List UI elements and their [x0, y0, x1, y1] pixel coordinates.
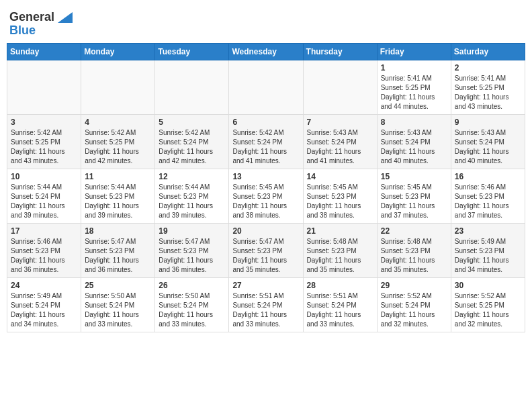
- calendar-cell: 24Sunrise: 5:49 AM Sunset: 5:24 PM Dayli…: [7, 277, 81, 332]
- calendar-cell: 19Sunrise: 5:47 AM Sunset: 5:23 PM Dayli…: [155, 223, 229, 277]
- day-info: Sunrise: 5:49 AM Sunset: 5:23 PM Dayligh…: [455, 237, 521, 275]
- day-info: Sunrise: 5:45 AM Sunset: 5:23 PM Dayligh…: [307, 183, 373, 220]
- day-number: 30: [455, 281, 521, 290]
- weekday-header: Wednesday: [229, 43, 303, 60]
- calendar-cell: 15Sunrise: 5:45 AM Sunset: 5:23 PM Dayli…: [377, 169, 451, 223]
- day-info: Sunrise: 5:43 AM Sunset: 5:24 PM Dayligh…: [381, 128, 447, 166]
- calendar-cell: 29Sunrise: 5:52 AM Sunset: 5:24 PM Dayli…: [377, 277, 451, 332]
- calendar-cell: 22Sunrise: 5:48 AM Sunset: 5:23 PM Dayli…: [377, 223, 451, 277]
- calendar-cell: [303, 60, 377, 114]
- logo-general: General: [9, 11, 73, 24]
- calendar-cell: 26Sunrise: 5:50 AM Sunset: 5:24 PM Dayli…: [155, 277, 229, 332]
- day-number: 13: [232, 172, 299, 181]
- day-info: Sunrise: 5:41 AM Sunset: 5:25 PM Dayligh…: [455, 74, 521, 111]
- day-number: 21: [307, 226, 373, 236]
- day-number: 12: [159, 172, 225, 181]
- weekday-header: Thursday: [303, 43, 377, 60]
- day-info: Sunrise: 5:50 AM Sunset: 5:24 PM Dayligh…: [85, 291, 151, 329]
- day-info: Sunrise: 5:44 AM Sunset: 5:24 PM Dayligh…: [11, 183, 77, 220]
- weekday-header: Monday: [81, 43, 155, 60]
- calendar-cell: 25Sunrise: 5:50 AM Sunset: 5:24 PM Dayli…: [81, 277, 155, 332]
- day-number: 25: [85, 281, 151, 290]
- calendar-cell: [7, 60, 81, 114]
- day-info: Sunrise: 5:47 AM Sunset: 5:23 PM Dayligh…: [159, 237, 225, 275]
- day-info: Sunrise: 5:46 AM Sunset: 5:23 PM Dayligh…: [11, 237, 77, 275]
- calendar-cell: 1Sunrise: 5:41 AM Sunset: 5:25 PM Daylig…: [377, 60, 451, 114]
- day-info: Sunrise: 5:50 AM Sunset: 5:24 PM Dayligh…: [159, 291, 225, 329]
- day-number: 10: [11, 172, 77, 181]
- calendar-cell: 4Sunrise: 5:42 AM Sunset: 5:25 PM Daylig…: [81, 114, 155, 169]
- day-info: Sunrise: 5:48 AM Sunset: 5:23 PM Dayligh…: [307, 237, 373, 275]
- day-number: 5: [159, 118, 225, 127]
- day-number: 9: [455, 118, 521, 127]
- day-info: Sunrise: 5:44 AM Sunset: 5:23 PM Dayligh…: [85, 183, 151, 220]
- day-info: Sunrise: 5:47 AM Sunset: 5:23 PM Dayligh…: [85, 237, 151, 275]
- svg-marker-0: [58, 12, 73, 23]
- day-info: Sunrise: 5:49 AM Sunset: 5:24 PM Dayligh…: [11, 291, 77, 329]
- day-number: 14: [307, 172, 373, 181]
- calendar-week-row: 3Sunrise: 5:42 AM Sunset: 5:25 PM Daylig…: [7, 114, 525, 169]
- calendar-cell: 20Sunrise: 5:47 AM Sunset: 5:23 PM Dayli…: [229, 223, 303, 277]
- weekday-header: Sunday: [7, 43, 81, 60]
- calendar-cell: [81, 60, 155, 114]
- day-info: Sunrise: 5:46 AM Sunset: 5:23 PM Dayligh…: [455, 183, 521, 220]
- calendar-week-row: 10Sunrise: 5:44 AM Sunset: 5:24 PM Dayli…: [7, 169, 525, 223]
- day-info: Sunrise: 5:42 AM Sunset: 5:25 PM Dayligh…: [85, 128, 151, 166]
- calendar-week-row: 24Sunrise: 5:49 AM Sunset: 5:24 PM Dayli…: [7, 277, 525, 332]
- calendar-cell: 13Sunrise: 5:45 AM Sunset: 5:23 PM Dayli…: [229, 169, 303, 223]
- day-number: 19: [159, 226, 225, 236]
- weekday-header: Friday: [377, 43, 451, 60]
- day-info: Sunrise: 5:45 AM Sunset: 5:23 PM Dayligh…: [381, 183, 447, 220]
- day-info: Sunrise: 5:52 AM Sunset: 5:25 PM Dayligh…: [455, 291, 521, 329]
- day-number: 24: [11, 281, 77, 290]
- day-info: Sunrise: 5:42 AM Sunset: 5:24 PM Dayligh…: [232, 128, 299, 166]
- logo-blue: Blue: [9, 24, 73, 38]
- weekday-header: Saturday: [451, 43, 525, 60]
- day-number: 15: [381, 172, 447, 181]
- day-info: Sunrise: 5:52 AM Sunset: 5:24 PM Dayligh…: [381, 291, 447, 329]
- day-info: Sunrise: 5:48 AM Sunset: 5:23 PM Dayligh…: [381, 237, 447, 275]
- calendar-header-row: SundayMondayTuesdayWednesdayThursdayFrid…: [7, 43, 525, 60]
- day-number: 22: [381, 226, 447, 236]
- calendar-cell: 5Sunrise: 5:42 AM Sunset: 5:24 PM Daylig…: [155, 114, 229, 169]
- day-info: Sunrise: 5:45 AM Sunset: 5:23 PM Dayligh…: [232, 183, 299, 220]
- day-info: Sunrise: 5:51 AM Sunset: 5:24 PM Dayligh…: [307, 291, 373, 329]
- day-number: 17: [11, 226, 77, 236]
- calendar-cell: 17Sunrise: 5:46 AM Sunset: 5:23 PM Dayli…: [7, 223, 81, 277]
- calendar-cell: 3Sunrise: 5:42 AM Sunset: 5:25 PM Daylig…: [7, 114, 81, 169]
- day-number: 3: [11, 118, 77, 127]
- calendar-cell: 2Sunrise: 5:41 AM Sunset: 5:25 PM Daylig…: [451, 60, 525, 114]
- day-number: 27: [232, 281, 299, 290]
- calendar-cell: 18Sunrise: 5:47 AM Sunset: 5:23 PM Dayli…: [81, 223, 155, 277]
- calendar-cell: 30Sunrise: 5:52 AM Sunset: 5:25 PM Dayli…: [451, 277, 525, 332]
- calendar-table: SundayMondayTuesdayWednesdayThursdayFrid…: [7, 43, 525, 332]
- day-number: 20: [232, 226, 299, 236]
- day-number: 7: [307, 118, 373, 127]
- logo: General Blue: [9, 7, 73, 38]
- day-info: Sunrise: 5:44 AM Sunset: 5:23 PM Dayligh…: [159, 183, 225, 220]
- calendar-cell: [155, 60, 229, 114]
- calendar-cell: 11Sunrise: 5:44 AM Sunset: 5:23 PM Dayli…: [81, 169, 155, 223]
- calendar-cell: 8Sunrise: 5:43 AM Sunset: 5:24 PM Daylig…: [377, 114, 451, 169]
- day-info: Sunrise: 5:42 AM Sunset: 5:24 PM Dayligh…: [159, 128, 225, 166]
- day-number: 2: [455, 63, 521, 73]
- day-number: 11: [85, 172, 151, 181]
- calendar-cell: 28Sunrise: 5:51 AM Sunset: 5:24 PM Dayli…: [303, 277, 377, 332]
- day-info: Sunrise: 5:51 AM Sunset: 5:24 PM Dayligh…: [232, 291, 299, 329]
- calendar-cell: 7Sunrise: 5:43 AM Sunset: 5:24 PM Daylig…: [303, 114, 377, 169]
- calendar-cell: 27Sunrise: 5:51 AM Sunset: 5:24 PM Dayli…: [229, 277, 303, 332]
- page-header: General Blue: [7, 7, 525, 38]
- day-info: Sunrise: 5:47 AM Sunset: 5:23 PM Dayligh…: [232, 237, 299, 275]
- day-number: 23: [455, 226, 521, 236]
- day-number: 18: [85, 226, 151, 236]
- calendar-cell: [229, 60, 303, 114]
- calendar-cell: 23Sunrise: 5:49 AM Sunset: 5:23 PM Dayli…: [451, 223, 525, 277]
- day-info: Sunrise: 5:41 AM Sunset: 5:25 PM Dayligh…: [381, 74, 447, 111]
- day-info: Sunrise: 5:43 AM Sunset: 5:24 PM Dayligh…: [307, 128, 373, 166]
- day-info: Sunrise: 5:43 AM Sunset: 5:24 PM Dayligh…: [455, 128, 521, 166]
- calendar-cell: 10Sunrise: 5:44 AM Sunset: 5:24 PM Dayli…: [7, 169, 81, 223]
- day-number: 29: [381, 281, 447, 290]
- day-number: 16: [455, 172, 521, 181]
- calendar-week-row: 17Sunrise: 5:46 AM Sunset: 5:23 PM Dayli…: [7, 223, 525, 277]
- calendar-cell: 14Sunrise: 5:45 AM Sunset: 5:23 PM Dayli…: [303, 169, 377, 223]
